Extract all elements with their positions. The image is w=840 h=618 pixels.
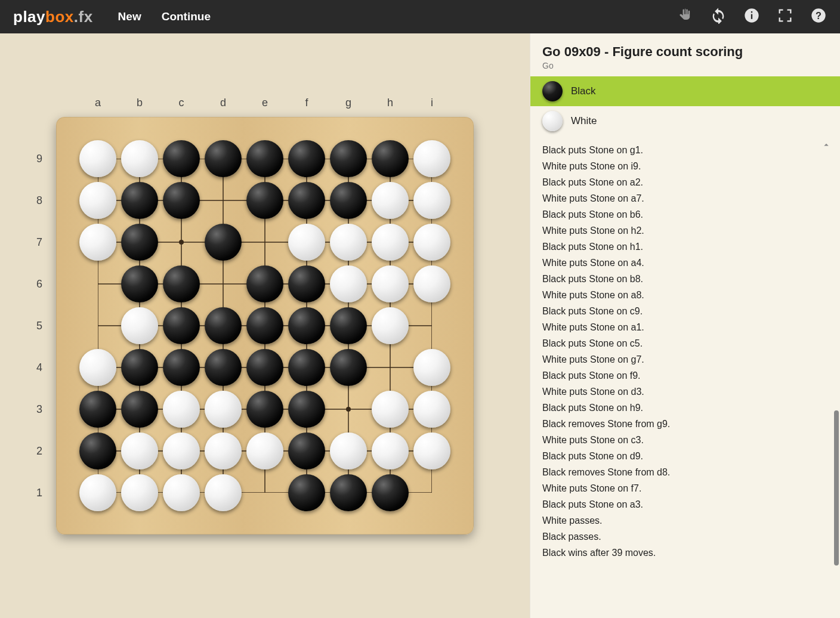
- chevron-up-icon[interactable]: [821, 140, 832, 153]
- white-stone[interactable]: [79, 474, 116, 511]
- black-stone[interactable]: [372, 474, 409, 511]
- white-stone[interactable]: [330, 224, 367, 261]
- help-icon[interactable]: ?: [810, 7, 827, 26]
- white-stone[interactable]: [413, 265, 450, 302]
- white-stone[interactable]: [246, 432, 283, 469]
- white-stone[interactable]: [372, 432, 409, 469]
- white-stone[interactable]: [413, 224, 450, 261]
- black-stone[interactable]: [288, 391, 325, 428]
- black-stone[interactable]: [288, 140, 325, 177]
- log-line: White puts Stone on a4.: [542, 255, 828, 271]
- white-stone[interactable]: [372, 307, 409, 344]
- go-board[interactable]: [56, 117, 474, 534]
- black-stone[interactable]: [121, 391, 158, 428]
- brand-part-2: box: [45, 8, 74, 26]
- white-stone[interactable]: [413, 140, 450, 177]
- black-stone-icon: [542, 81, 563, 101]
- player-white[interactable]: White: [530, 106, 840, 136]
- log-line: Black puts Stone on a2.: [542, 174, 828, 190]
- black-stone[interactable]: [121, 224, 158, 261]
- log-line: White puts Stone on c3.: [542, 432, 828, 448]
- log-line: White puts Stone on f7.: [542, 480, 828, 496]
- scrollbar-thumb[interactable]: [834, 410, 839, 566]
- white-stone[interactable]: [163, 432, 200, 469]
- black-stone[interactable]: [246, 265, 283, 302]
- stones-layer: [77, 138, 453, 514]
- black-stone[interactable]: [163, 349, 200, 386]
- white-stone[interactable]: [163, 474, 200, 511]
- black-stone[interactable]: [205, 307, 242, 344]
- white-stone[interactable]: [372, 224, 409, 261]
- white-stone[interactable]: [288, 224, 325, 261]
- black-stone[interactable]: [330, 349, 367, 386]
- black-stone[interactable]: [330, 140, 367, 177]
- black-stone[interactable]: [246, 307, 283, 344]
- black-stone[interactable]: [330, 474, 367, 511]
- white-stone[interactable]: [205, 391, 242, 428]
- black-stone[interactable]: [163, 182, 200, 219]
- black-stone[interactable]: [288, 307, 325, 344]
- row-label: 3: [33, 388, 45, 430]
- black-stone[interactable]: [79, 391, 116, 428]
- black-stone[interactable]: [79, 432, 116, 469]
- brand-part-3: .fx: [74, 8, 93, 26]
- white-stone[interactable]: [79, 224, 116, 261]
- white-stone[interactable]: [372, 265, 409, 302]
- black-stone[interactable]: [288, 182, 325, 219]
- black-stone[interactable]: [246, 391, 283, 428]
- black-stone[interactable]: [246, 349, 283, 386]
- black-stone[interactable]: [246, 182, 283, 219]
- brand-logo[interactable]: playbox.fx: [13, 8, 93, 26]
- black-stone[interactable]: [205, 349, 242, 386]
- log-line: White puts Stone on h2.: [542, 223, 828, 239]
- black-stone[interactable]: [288, 432, 325, 469]
- log-line: Black puts Stone on g1.: [542, 142, 828, 158]
- row-label: 1: [33, 472, 45, 514]
- refresh-icon[interactable]: [710, 7, 727, 26]
- white-stone[interactable]: [413, 182, 450, 219]
- black-stone[interactable]: [121, 265, 158, 302]
- white-stone[interactable]: [79, 349, 116, 386]
- white-stone[interactable]: [330, 432, 367, 469]
- log-line: White puts Stone on i9.: [542, 158, 828, 174]
- black-stone[interactable]: [330, 307, 367, 344]
- white-stone[interactable]: [205, 432, 242, 469]
- black-stone[interactable]: [121, 349, 158, 386]
- white-stone[interactable]: [413, 349, 450, 386]
- white-stone[interactable]: [205, 474, 242, 511]
- hand-icon[interactable]: [677, 7, 693, 26]
- black-stone[interactable]: [372, 140, 409, 177]
- white-stone[interactable]: [372, 182, 409, 219]
- black-stone[interactable]: [163, 307, 200, 344]
- white-stone[interactable]: [372, 391, 409, 428]
- log-line: Black wins after 39 moves.: [542, 545, 828, 561]
- white-stone[interactable]: [121, 307, 158, 344]
- white-stone[interactable]: [121, 432, 158, 469]
- white-stone[interactable]: [79, 182, 116, 219]
- player-black[interactable]: Black: [530, 76, 840, 106]
- black-stone[interactable]: [330, 182, 367, 219]
- white-stone[interactable]: [79, 140, 116, 177]
- board-wrap: abcdefghi 987654321: [56, 117, 474, 534]
- move-log[interactable]: Black puts Stone on g1.White puts Stone …: [530, 136, 840, 579]
- top-nav: New Continue: [118, 10, 211, 23]
- black-stone[interactable]: [205, 224, 242, 261]
- black-stone[interactable]: [163, 140, 200, 177]
- fullscreen-icon[interactable]: [777, 7, 793, 26]
- white-stone[interactable]: [413, 432, 450, 469]
- white-stone[interactable]: [163, 391, 200, 428]
- black-stone[interactable]: [246, 140, 283, 177]
- nav-new[interactable]: New: [118, 10, 141, 23]
- info-icon[interactable]: [743, 7, 760, 26]
- black-stone[interactable]: [288, 474, 325, 511]
- nav-continue[interactable]: Continue: [162, 10, 211, 23]
- black-stone[interactable]: [205, 140, 242, 177]
- white-stone[interactable]: [121, 140, 158, 177]
- white-stone[interactable]: [330, 265, 367, 302]
- black-stone[interactable]: [288, 265, 325, 302]
- black-stone[interactable]: [163, 265, 200, 302]
- white-stone[interactable]: [413, 391, 450, 428]
- black-stone[interactable]: [288, 349, 325, 386]
- white-stone[interactable]: [121, 474, 158, 511]
- black-stone[interactable]: [121, 182, 158, 219]
